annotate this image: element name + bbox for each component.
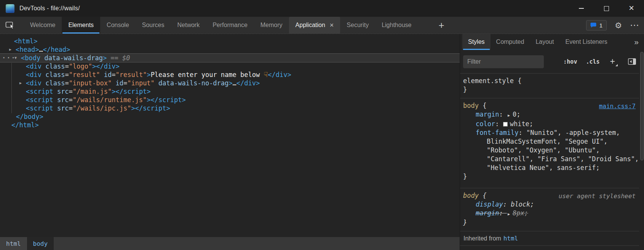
code-val: "input-box" [69,79,112,87]
more-options-icon[interactable]: ⋯ [630,21,639,30]
dom-node-link[interactable]: html [503,235,518,242]
code-tag: > [103,54,107,62]
code-eq: = [69,88,73,95]
expand-arrow-icon[interactable]: ▼ [14,54,17,62]
css-property-name: margin [476,209,499,217]
breadcrumb-html[interactable]: html [0,237,27,250]
css-selector[interactable]: element.style [463,77,514,85]
tab-network[interactable]: Network [171,17,206,34]
overflow-tabs-icon[interactable]: » [634,37,639,46]
tab-label: Application [296,22,325,29]
code-eq: = [69,104,73,112]
dom-tree-row[interactable]: </body> [0,112,460,121]
close-tab-icon[interactable]: × [330,22,334,29]
dom-tree-row[interactable]: <div class="logo"></div> [0,62,460,71]
tab-sources[interactable]: Sources [136,17,171,34]
css-rule-section: element.style {} [460,74,639,98]
computed-sidebar-toggle[interactable] [628,58,636,65]
maximize-button[interactable] [594,0,619,17]
code-tag: </script> [135,104,170,112]
dom-tree-row[interactable]: <script src="/wails/runtime.js"></script… [0,96,460,104]
dom-node-markup: <head>…</head> [16,46,70,53]
inspect-element-button[interactable] [2,17,18,34]
code-tag: </html> [11,121,39,129]
devtools-content: <html>▶<head>…</head>···▼<body data-wail… [0,34,644,250]
dom-tree-row[interactable]: </html> [0,121,460,129]
dom-node-markup: <script src="/wails/runtime.js"></script… [26,96,186,104]
tab-console[interactable]: Console [100,17,136,34]
dom-node-markup: <html> [14,37,37,45]
sidebar-tab-styles[interactable]: Styles [462,34,491,50]
dom-tree-row[interactable]: <script src="/wails/ipc.js"></script> [0,104,460,112]
code-tag: <head> [16,46,39,53]
sidebar-tab-computed[interactable]: Computed [491,34,530,50]
code-tag: <script [26,104,53,112]
tab-lighthouse[interactable]: Lighthouse [375,17,418,34]
dom-breadcrumb: htmlbody [0,237,460,250]
tab-security[interactable]: Security [340,17,375,34]
styles-filter-input[interactable] [463,55,544,68]
colon: : [499,209,507,217]
settings-gear-icon[interactable]: ⚙ [615,21,622,29]
css-property[interactable]: color: white; [463,120,636,128]
css-selector[interactable]: body [463,192,479,199]
css-property[interactable]: margin: ▶8px; [463,209,636,218]
element-classes-toggle[interactable]: .cls [586,58,599,65]
dom-node-markup: <script src="/wails/ipc.js"></script> [26,104,170,112]
dom-node-markup: <body data-wails-drag> [21,54,107,62]
dom-tree-row[interactable]: ▶<div class="input-box" id="input" data-… [0,79,460,87]
sidebar-tabs: StylesComputedLayoutEvent Listeners» [460,34,644,50]
new-style-rule-button[interactable]: + [610,57,618,66]
tab-welcome[interactable]: Welcome [24,17,62,34]
dom-tree-row[interactable]: <html> [0,37,460,45]
code-tag: </div> [268,71,291,79]
color-swatch[interactable] [503,122,508,127]
css-rule-section: html {main.css:1background-color: rgba(3… [460,246,639,250]
tab-memory[interactable]: Memory [254,17,289,34]
stylesheet-origin-label: user agent stylesheet [559,192,636,200]
expand-longhand-icon[interactable]: ▶ [508,113,510,117]
css-property-value: block; [511,200,534,208]
css-value-continuation: "Helvetica Neue", sans-serif; [463,163,636,172]
tab-label: Sources [142,22,165,29]
dom-tree-row[interactable]: <div class="result" id="result">Please e… [0,71,460,79]
expand-longhand-icon[interactable]: ▶ [508,212,510,216]
css-selector[interactable]: body [463,102,479,109]
panel-tabs: WelcomeElementsConsoleSourcesNetworkPerf… [24,17,418,34]
close-icon: × [629,3,634,13]
tab-application[interactable]: Application× [289,17,340,34]
code-text: Please enter your name below [151,71,264,79]
brace: { [479,192,486,199]
minimize-button[interactable] [569,0,594,17]
css-property[interactable]: font-family: "Nunito", -apple-system, [463,128,636,137]
sidebar-scrollbar-thumb[interactable] [640,52,644,160]
close-button[interactable]: × [619,0,644,17]
expand-arrow-icon[interactable]: ▶ [19,79,22,87]
dom-tree-row[interactable]: <script src="/main.js"></script> [0,87,460,96]
sidebar-tab-event-listeners[interactable]: Event Listeners [559,34,613,50]
stylesheet-link[interactable]: main.css:7 [599,102,636,111]
row-actions-dots[interactable]: ··· [2,54,16,62]
pseudo-state-toggle[interactable]: :hov [563,58,577,65]
tab-performance[interactable]: Performance [206,17,254,34]
css-property[interactable]: display: block; [463,200,636,209]
code-tag: <script [26,88,53,95]
dom-tree-row[interactable]: ▶<head>…</head> [0,45,460,54]
issues-counter[interactable]: 1 [586,20,607,30]
dom-node-markup: <div class="logo"></div> [26,62,120,70]
dom-node-markup: </html> [11,121,39,129]
expand-arrow-icon[interactable]: ▶ [9,45,11,54]
more-tabs-button[interactable]: + [433,17,449,34]
sidebar-tab-layout[interactable]: Layout [530,34,559,50]
tab-elements[interactable]: Elements [62,17,100,34]
breadcrumb-body[interactable]: body [27,237,54,250]
tab-label: Console [107,22,129,29]
elements-panel: <html>▶<head>…</head>···▼<body data-wail… [0,34,460,250]
code-eq: = [112,71,115,79]
css-property[interactable]: margin: ▶0; [463,110,636,120]
dom-tree-row[interactable]: ···▼<body data-wails-drag>== $0 [0,54,460,62]
brace: { [514,77,521,85]
code-tag: > [92,62,96,70]
css-property-name: display [476,200,503,208]
code-val: "/wails/ipc.js" [73,104,131,112]
